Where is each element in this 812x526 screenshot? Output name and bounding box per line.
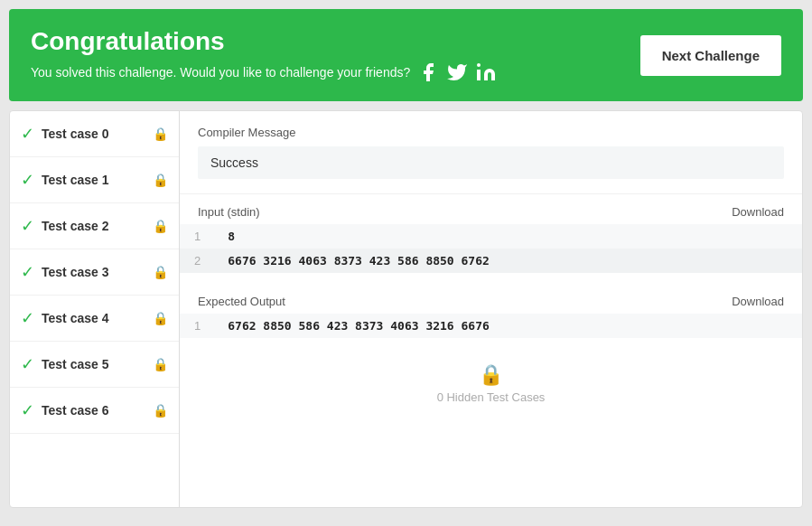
- right-panel[interactable]: Compiler Message Success Input (stdin) D…: [180, 111, 802, 507]
- hidden-lock-icon: 🔒: [194, 363, 788, 387]
- lock-icon-1: 🔒: [153, 173, 168, 187]
- banner-subtitle: You solved this challenge. Would you lik…: [31, 61, 497, 83]
- output-line-content-1: 6762 8850 586 423 8373 4063 3216 6676: [213, 314, 802, 338]
- banner-left: Congratulations You solved this challeng…: [31, 27, 497, 83]
- test-case-item-5[interactable]: ✓ Test case 5 🔒: [10, 342, 179, 388]
- test-case-item-0[interactable]: ✓ Test case 0 🔒: [10, 111, 179, 157]
- main-content: ✓ Test case 0 🔒 ✓ Test case 1 🔒 ✓ Test c…: [9, 110, 803, 508]
- test-case-sidebar: ✓ Test case 0 🔒 ✓ Test case 1 🔒 ✓ Test c…: [10, 111, 180, 507]
- input-code-table: 1 8 2 6676 3216 4063 8373 423 586 8850 6…: [180, 224, 802, 273]
- lock-icon-4: 🔒: [153, 311, 168, 325]
- test-case-label-4: Test case 4: [42, 311, 145, 325]
- facebook-icon[interactable]: [417, 61, 439, 83]
- expected-output-header: Expected Output Download: [180, 284, 802, 314]
- svg-point-0: [477, 63, 481, 67]
- check-icon-4: ✓: [21, 308, 34, 328]
- expected-output-download-link[interactable]: Download: [732, 295, 784, 308]
- test-case-item-1[interactable]: ✓ Test case 1 🔒: [10, 157, 179, 203]
- hidden-test-cases-label: 0 Hidden Test Cases: [437, 390, 546, 404]
- test-case-label-5: Test case 5: [42, 357, 145, 371]
- test-case-item-4[interactable]: ✓ Test case 4 🔒: [10, 296, 179, 342]
- input-label: Input (stdin): [198, 205, 260, 219]
- twitter-icon[interactable]: [446, 61, 468, 83]
- test-case-label-0: Test case 0: [42, 127, 145, 141]
- test-case-label-2: Test case 2: [42, 219, 145, 233]
- compiler-message-section: Compiler Message Success: [180, 111, 802, 194]
- lock-icon-6: 🔒: [153, 403, 168, 418]
- test-case-item-3[interactable]: ✓ Test case 3 🔒: [10, 249, 179, 296]
- check-icon-1: ✓: [21, 170, 34, 190]
- hidden-test-cases-hint: 🔒 0 Hidden Test Cases: [180, 349, 802, 418]
- test-case-label-6: Test case 6: [42, 403, 145, 418]
- check-icon-5: ✓: [21, 354, 34, 374]
- test-case-item-2[interactable]: ✓ Test case 2 🔒: [10, 203, 179, 249]
- check-icon-0: ✓: [21, 124, 34, 144]
- input-line-num-2: 2: [180, 249, 213, 273]
- output-line-1: 1 6762 8850 586 423 8373 4063 3216 6676: [180, 314, 802, 338]
- expected-output-label: Expected Output: [198, 295, 285, 308]
- compiler-message-label: Compiler Message: [198, 126, 784, 139]
- test-case-item-6[interactable]: ✓ Test case 6 🔒: [10, 388, 179, 434]
- input-line-num-1: 1: [180, 224, 213, 249]
- expected-output-code-table: 1 6762 8850 586 423 8373 4063 3216 6676: [180, 314, 802, 338]
- input-line-content-1: 8: [213, 224, 802, 249]
- expected-output-section: Expected Output Download 1 6762 8850 586…: [180, 284, 802, 338]
- lock-icon-5: 🔒: [153, 357, 168, 371]
- social-icons-group: [417, 61, 497, 83]
- lock-icon-3: 🔒: [153, 265, 168, 279]
- test-case-label-3: Test case 3: [42, 265, 145, 279]
- lock-icon-0: 🔒: [153, 127, 168, 141]
- output-line-num-1: 1: [180, 314, 213, 338]
- lock-icon-2: 🔒: [153, 219, 168, 233]
- check-icon-6: ✓: [21, 400, 34, 420]
- input-line-2: 2 6676 3216 4063 8373 423 586 8850 6762: [180, 249, 802, 273]
- check-icon-2: ✓: [21, 216, 34, 236]
- input-section-header: Input (stdin) Download: [180, 194, 802, 224]
- next-challenge-button[interactable]: Next Challenge: [640, 35, 781, 76]
- test-case-label-1: Test case 1: [42, 173, 145, 187]
- banner-title: Congratulations: [31, 27, 497, 56]
- linkedin-icon[interactable]: [475, 61, 497, 83]
- input-line-content-2: 6676 3216 4063 8373 423 586 8850 6762: [213, 249, 802, 273]
- input-download-link[interactable]: Download: [732, 205, 784, 219]
- input-line-1: 1 8: [180, 224, 802, 249]
- input-section: Input (stdin) Download 1 8 2 6676 3216 4…: [180, 194, 802, 273]
- congratulations-banner: Congratulations You solved this challeng…: [9, 9, 803, 101]
- check-icon-3: ✓: [21, 262, 34, 282]
- compiler-message-value: Success: [198, 146, 784, 179]
